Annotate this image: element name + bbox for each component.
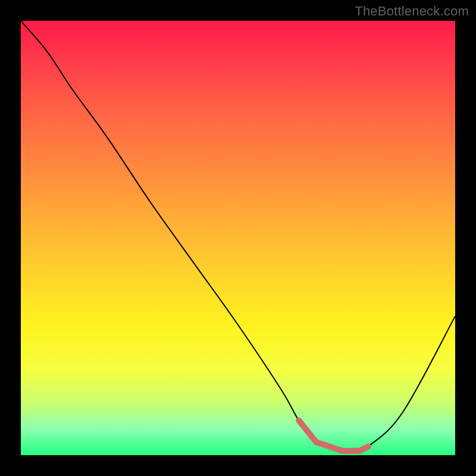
chart-svg [21,21,455,455]
chart-container: TheBottleneck.com [0,0,476,476]
highlight-path [299,421,368,451]
curve-path [21,21,455,452]
watermark-text: TheBottleneck.com [355,4,469,19]
plot-area [21,21,455,455]
